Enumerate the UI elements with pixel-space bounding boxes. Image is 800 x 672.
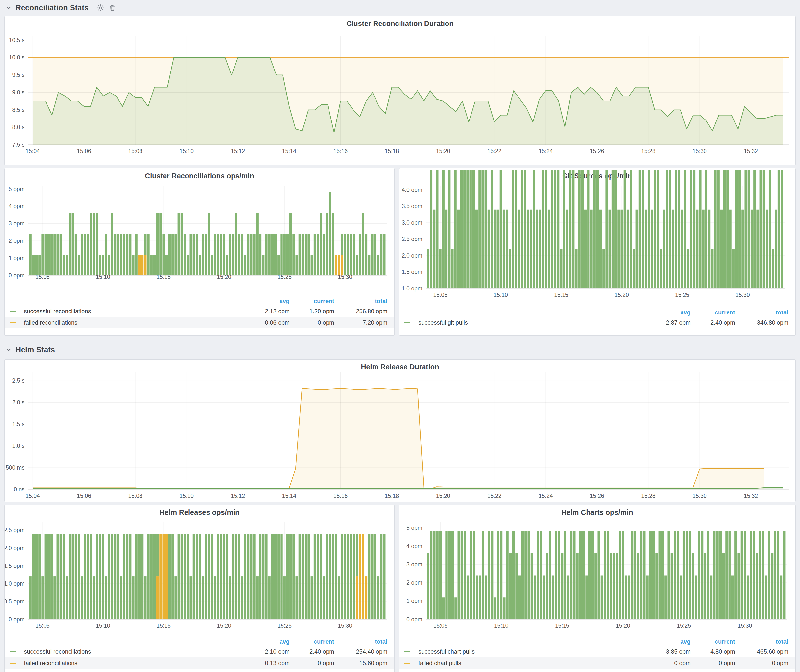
legend-header-current[interactable]: current — [290, 298, 334, 305]
x-axis-tick-label: 15:25 — [675, 292, 690, 298]
x-axis-tick-label: 15:08 — [128, 493, 142, 499]
x-axis-tick-label: 15:15 — [156, 622, 171, 629]
panel-helm-release-duration: Helm Release Duration 2.5 s2.0 s1.5 s1.0… — [5, 359, 795, 502]
series-label[interactable]: successful reconciliations — [24, 308, 245, 315]
panel-cluster-reconciliations-opm: Cluster Reconciliations ops/min 5 opm4 o… — [5, 168, 395, 336]
x-axis-tick-label: 15:05 — [434, 622, 448, 629]
y-axis-tick-label: 0 ns — [14, 486, 24, 493]
x-axis-tick-label: 15:14 — [282, 493, 296, 499]
helm-releases-opm-chart[interactable]: 2.5 opm2.0 opm1.5 opm1.0 opm0.5 opm0 opm… — [5, 505, 394, 637]
y-axis-tick-label: 1.0 opm — [5, 581, 24, 587]
series-current: 2.40 opm — [290, 648, 334, 655]
series-current: 2.40 opm — [691, 319, 735, 326]
section-header-helm-stats[interactable]: Helm Stats — [5, 344, 59, 356]
series-color-dash — [10, 322, 16, 323]
x-axis-tick-label: 15:20 — [614, 292, 629, 298]
x-axis-tick-label: 15:25 — [277, 274, 292, 280]
legend-header-current[interactable]: current — [290, 638, 334, 645]
y-axis-tick-label: 3.5 opm — [402, 203, 422, 209]
git-sources-opm-chart[interactable]: 4.0 opm3.5 opm3.0 opm2.5 opm2.0 opm1.5 o… — [399, 168, 795, 309]
y-axis-tick-label: 8.0 s — [12, 124, 24, 130]
series-total: 7.20 opm — [334, 319, 387, 326]
x-axis-tick-label: 15:32 — [744, 148, 758, 154]
grafana-dashboard: { "sections": [ {"title": "Reconciliatio… — [0, 0, 800, 672]
series-label[interactable]: failed reconciliations — [24, 319, 245, 326]
trash-icon[interactable] — [108, 4, 116, 12]
x-axis-tick-label: 15:06 — [77, 493, 91, 499]
y-axis-tick-label: 3.0 opm — [402, 219, 422, 226]
legend-header-total[interactable]: total — [334, 638, 387, 645]
x-axis-tick-label: 15:12 — [231, 148, 245, 154]
legend-header-current[interactable]: current — [691, 638, 735, 645]
x-axis-tick-label: 15:04 — [26, 148, 40, 154]
series-label[interactable]: successful git pulls — [418, 319, 646, 326]
panel-helm-releases-opm: Helm Releases ops/min 2.5 opm2.0 opm1.5 … — [5, 505, 395, 672]
x-axis-tick-label: 15:15 — [554, 292, 568, 298]
y-axis-tick-label: 0 opm — [9, 616, 24, 622]
legend-header-total[interactable]: total — [334, 298, 387, 305]
x-axis-tick-label: 15:16 — [333, 493, 348, 499]
cluster-reconciliations-opm-chart[interactable]: 5 opm4 opm3 opm2 opm1 opm0 opm15:0515:10… — [5, 168, 394, 297]
legend-header-avg[interactable]: avg — [646, 638, 691, 645]
helm-charts-opm-chart[interactable]: 5 opm4 opm3 opm2 opm1 opm0 opm15:0515:10… — [399, 505, 795, 637]
chevron-down-icon[interactable] — [5, 347, 12, 353]
x-axis-tick-label: 15:25 — [677, 622, 691, 629]
y-axis-tick-label: 2.5 opm — [5, 527, 24, 533]
y-axis-tick-label: 5 opm — [9, 186, 24, 192]
legend-header-avg[interactable]: avg — [646, 309, 691, 316]
x-axis-tick-label: 15:30 — [693, 148, 707, 154]
legend-header-total[interactable]: total — [735, 309, 788, 316]
y-axis-tick-label: 10.0 s — [9, 54, 24, 61]
helm-release-duration-chart[interactable]: 2.5 s2.0 s1.5 s1.0 s500 ms0 ns15:0415:06… — [5, 360, 795, 502]
cluster-reconciliation-duration-chart[interactable]: 10.5 s10.0 s9.5 s9.0 s8.5 s8.0 s7.5 s15:… — [5, 16, 795, 165]
x-axis-tick-label: 15:24 — [539, 493, 553, 499]
x-axis-tick-label: 15:10 — [179, 493, 194, 499]
section-title[interactable]: Reconciliation Stats — [15, 3, 88, 12]
legend-git-sources: avgcurrenttotalsuccessful git pulls2.87 … — [399, 308, 795, 328]
legend-header-avg[interactable]: avg — [245, 638, 290, 645]
legend-header-current[interactable]: current — [691, 309, 735, 316]
x-axis-tick-label: 15:20 — [217, 274, 231, 280]
x-axis-tick-label: 15:28 — [641, 493, 656, 499]
series-label[interactable]: failed reconciliations — [24, 660, 245, 667]
legend-row: successful chart pulls3.85 opm4.80 opm46… — [399, 646, 795, 658]
section-header-reconciliation-stats[interactable]: Reconciliation Stats — [5, 2, 116, 14]
x-axis-tick-label: 15:30 — [738, 622, 752, 629]
series-label[interactable]: failed chart pulls — [418, 660, 646, 667]
series-color-dash — [10, 662, 16, 664]
legend-header-avg[interactable]: avg — [245, 298, 290, 305]
chevron-down-icon[interactable] — [5, 5, 12, 11]
legend-row: failed reconciliations0.06 opm0 opm7.20 … — [5, 317, 394, 328]
legend-header-total[interactable]: total — [735, 638, 788, 645]
series-label[interactable]: successful reconciliations — [24, 648, 245, 655]
series-color-dash — [404, 662, 410, 664]
gear-icon[interactable] — [96, 4, 105, 12]
x-axis-tick-label: 15:10 — [494, 622, 509, 629]
legend-row: failed reconciliations0.13 opm0 opm15.60… — [5, 658, 394, 669]
series-avg: 3.85 opm — [646, 648, 691, 655]
series-current: 1.20 opm — [290, 308, 334, 315]
y-axis-tick-label: 2.5 opm — [402, 236, 422, 242]
x-axis-tick-label: 15:15 — [555, 622, 570, 629]
series-avg: 0.13 opm — [245, 660, 290, 667]
series-total: 15.60 opm — [334, 660, 387, 667]
y-axis-tick-label: 1.0 opm — [402, 285, 422, 292]
x-axis-tick-label: 15:18 — [385, 493, 399, 499]
x-axis-tick-label: 15:12 — [231, 493, 245, 499]
legend-helm-charts: avgcurrenttotalsuccessful chart pulls3.8… — [399, 637, 795, 669]
section-title[interactable]: Helm Stats — [15, 346, 55, 354]
series-label[interactable]: successful chart pulls — [418, 648, 646, 655]
y-axis-tick-label: 0 opm — [9, 272, 24, 278]
x-axis-tick-label: 15:30 — [693, 493, 707, 499]
x-axis-tick-label: 15:06 — [77, 148, 91, 154]
x-axis-tick-label: 15:05 — [35, 274, 50, 280]
x-axis-tick-label: 15:26 — [590, 493, 604, 499]
y-axis-tick-label: 2.0 opm — [5, 545, 24, 551]
y-axis-tick-label: 4.0 opm — [402, 187, 422, 193]
series-avg: 0.06 opm — [245, 319, 290, 326]
series-color-dash — [10, 311, 16, 312]
x-axis-tick-label: 15:30 — [736, 292, 750, 298]
y-axis-tick-label: 10.5 s — [9, 37, 24, 43]
series-avg: 0 opm — [646, 660, 691, 667]
y-axis-tick-label: 3 opm — [9, 220, 24, 227]
